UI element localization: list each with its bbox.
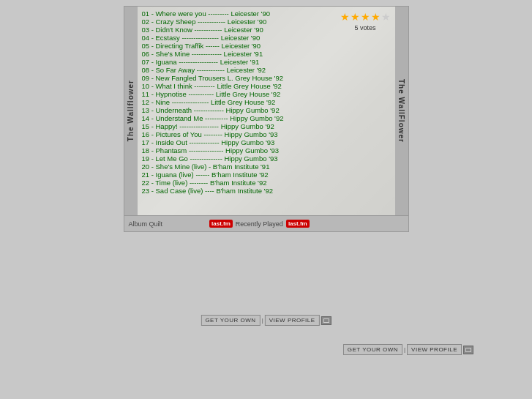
track-06: 06 - She's Mine ------------- Leicester … (142, 50, 391, 58)
track-16: 16 - Pictures of You -------- Hippy Gumb… (142, 130, 391, 138)
track-09: 09 - New Fangled Trousers L. Grey House … (142, 74, 391, 82)
track-05: 05 - Directing Traffik ------ Leicester … (142, 42, 391, 50)
track-12: 12 - Nine ---------------- Little Grey H… (142, 98, 391, 106)
vertical-label-left: The Wallflower (127, 80, 135, 141)
star-1[interactable]: ★ (340, 11, 350, 23)
main-content: ★ ★ ★ ★ ★ 5 votes The Wallflower The Wal… (0, 0, 532, 232)
get-your-own-button-1[interactable]: GET YOUR OWN (201, 315, 260, 326)
separator-2: | (404, 346, 405, 353)
icon-button-1[interactable] (321, 316, 331, 325)
separator-1: | (262, 317, 263, 324)
star-3[interactable]: ★ (361, 11, 370, 23)
track-18: 18 - Phantasm --------------- Hippy Gumb… (142, 146, 391, 154)
track-08: 08 - So Far Away ------------ Leicester … (142, 66, 391, 74)
vertical-label-right: The WallFlower (397, 79, 405, 143)
track-11: 11 - Hypnotise ----------- Little Grey H… (142, 90, 391, 98)
track-10: 10 - What I think --------- Little Grey … (142, 82, 391, 90)
icon-button-2[interactable] (463, 346, 473, 354)
view-profile-button-1[interactable]: VIEW PROFILE (265, 315, 320, 326)
track-22: 22 - Time (live) -------- B'ham Institut… (142, 179, 391, 187)
star-4[interactable]: ★ (371, 11, 381, 23)
track-04: 04 - Ecstasy ---------------- Leicester … (142, 34, 391, 42)
vertical-band-left: The Wallflower (124, 7, 138, 215)
rating-area: ★ ★ ★ ★ ★ 5 votes (340, 11, 391, 31)
track-17: 17 - Inside Out ------------- Hippy Gumb… (142, 138, 391, 146)
track-23: 23 - Sad Case (live) ---- B'ham Institut… (142, 187, 391, 195)
get-your-own-button-2[interactable]: GET YOUR OWN (343, 344, 402, 355)
page-wrapper: ★ ★ ★ ★ ★ 5 votes The Wallflower The Wal… (0, 0, 532, 399)
track-21: 21 - Iguana (live) ------ B'ham Institut… (142, 171, 391, 179)
icon-inner-1 (323, 318, 329, 323)
track-14: 14 - Understand Me ---------- Hippy Gumb… (142, 114, 391, 122)
album-quilt-label: Album Quilt (129, 220, 163, 228)
tracklist-overlay: 01 - Where were you --------- Leicester … (138, 7, 395, 215)
album-bottom-bar: Album Quilt last.fm Recently Played last… (124, 215, 408, 231)
track-13: 13 - Underneath ------------- Hippy Gumb… (142, 106, 391, 114)
track-15: 15 - Happy! ----------------- Hippy Gumb… (142, 122, 391, 130)
lastfm-badge-right[interactable]: last.fm (286, 220, 310, 228)
album-widget: ★ ★ ★ ★ ★ 5 votes The Wallflower The Wal… (124, 6, 409, 232)
track-19: 19 - Let Me Go -------------- Hippy Gumb… (142, 154, 391, 163)
track-20: 20 - She's Mine (live) - B'ham Institute… (142, 163, 391, 171)
view-profile-button-2[interactable]: VIEW PROFILE (407, 344, 462, 355)
icon-inner-2 (465, 348, 471, 352)
star-rating[interactable]: ★ ★ ★ ★ ★ (340, 11, 391, 23)
vertical-band-right: The WallFlower (395, 7, 408, 215)
album-image-area: The Wallflower The WallFlower 01 - Where… (124, 7, 408, 215)
lastfm-section: last.fm Recently Played last.fm (209, 220, 310, 228)
recently-played-label: Recently Played (236, 220, 283, 228)
star-2[interactable]: ★ (351, 11, 360, 23)
profile-buttons-2: GET YOUR OWN | VIEW PROFILE (343, 344, 473, 355)
track-07: 07 - Iguana ----------------- Leicester … (142, 58, 391, 66)
votes-count: 5 votes (354, 24, 375, 31)
profile-buttons-1: GET YOUR OWN | VIEW PROFILE (201, 315, 331, 326)
star-5[interactable]: ★ (381, 11, 391, 23)
lastfm-badge-left[interactable]: last.fm (209, 220, 233, 228)
